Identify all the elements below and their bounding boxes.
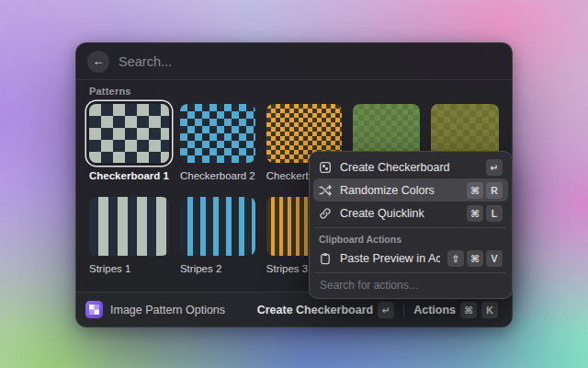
menu-section-label-clipboard-actions: Clipboard Actions xyxy=(313,231,508,247)
k-key-badge: K xyxy=(481,302,498,318)
menu-item-randomize-colors[interactable]: Randomize Colors ⌘R xyxy=(313,178,508,201)
menu-item-shortcut: ⌘L xyxy=(467,205,503,222)
app-icon xyxy=(85,301,103,318)
pattern-tile-checkerboard-2[interactable]: Checkerboard 2 xyxy=(180,104,255,182)
pattern-tile-label: Checkerboard 2 xyxy=(180,170,255,182)
back-button[interactable]: ← xyxy=(87,51,109,73)
pattern-tile-label: Stripes 2 xyxy=(180,263,255,275)
menu-item-create-quicklink[interactable]: Create Quicklink ⌘L xyxy=(313,201,508,224)
menu-item-shortcut: ⌘R xyxy=(467,182,503,199)
menu-item-shortcut: ↵ xyxy=(486,159,503,176)
search-input[interactable] xyxy=(119,54,501,69)
menu-item-label: Create Quicklink xyxy=(340,207,459,220)
key-badge: ⌘ xyxy=(467,250,483,267)
back-arrow-icon: ← xyxy=(93,55,105,67)
pattern-swatch xyxy=(180,104,255,163)
menu-item-create-checkerboard[interactable]: Create Checkerboard ↵ xyxy=(313,155,508,178)
menu-item-paste-preview-in-active-app[interactable]: Paste Preview in Active App ⇧⌘V xyxy=(313,247,508,270)
menu-item-label: Randomize Colors xyxy=(340,184,459,197)
footer-app-label: Image Pattern Options xyxy=(110,304,225,316)
menu-item-label: Paste Preview in Active App xyxy=(340,252,440,265)
actions-button[interactable]: Actions ⌘ K xyxy=(409,298,503,322)
menu-divider xyxy=(315,272,506,273)
footer-divider xyxy=(403,304,404,316)
footer-actions: Create Checkerboard ↵ Actions ⌘ K xyxy=(253,298,503,322)
menu-item-label: Create Checkerboard xyxy=(340,161,479,174)
pattern-swatch xyxy=(89,104,169,163)
key-badge: ⇧ xyxy=(447,250,464,267)
cmd-key-badge: ⌘ xyxy=(460,302,477,318)
pattern-tile-checkerboard-1[interactable]: Checkerboard 1 xyxy=(89,104,169,182)
actions-menu: Create Checkerboard ↵ Randomize Colors ⌘… xyxy=(309,151,513,299)
footer-app-info: Image Pattern Options xyxy=(85,301,225,318)
pattern-tile-stripes-2[interactable]: Stripes 2 xyxy=(180,197,255,275)
menu-item-shortcut: ⇧⌘V xyxy=(447,250,503,267)
primary-action-button[interactable]: Create Checkerboard ↵ xyxy=(253,298,399,322)
patterns-section-label: Patterns xyxy=(89,86,499,97)
pattern-tile-stripes-1[interactable]: Stripes 1 xyxy=(89,197,169,275)
pattern-swatch xyxy=(89,197,169,256)
key-badge: ⌘ xyxy=(467,205,483,222)
actions-search-input[interactable] xyxy=(315,279,506,292)
clipboard-icon xyxy=(319,252,333,265)
create-checkerboard-icon xyxy=(319,161,333,174)
key-badge: ⌘ xyxy=(467,182,483,199)
key-badge: V xyxy=(486,250,503,267)
search-header: ← xyxy=(76,43,512,80)
actions-label: Actions xyxy=(413,304,456,316)
actions-search-row xyxy=(313,276,508,294)
primary-action-label: Create Checkerboard xyxy=(257,304,373,316)
key-badge: L xyxy=(486,205,503,222)
link-icon xyxy=(319,207,333,220)
menu-divider xyxy=(315,227,506,228)
shuffle-icon xyxy=(319,184,333,197)
pattern-tile-label: Stripes 1 xyxy=(89,263,169,275)
pattern-swatch xyxy=(180,197,255,256)
key-badge: ↵ xyxy=(486,159,503,176)
key-badge: R xyxy=(486,182,503,199)
pattern-tile-label: Checkerboard 1 xyxy=(89,170,169,182)
enter-key-badge: ↵ xyxy=(378,302,394,318)
actions-menu-items: Create Checkerboard ↵ Randomize Colors ⌘… xyxy=(313,155,508,270)
